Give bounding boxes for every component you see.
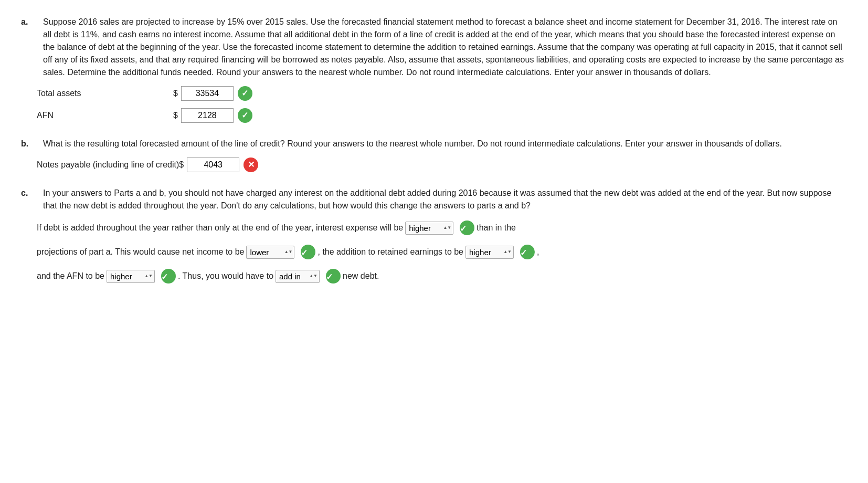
notes-payable-row: Notes payable (including line of credit)… (37, 158, 847, 172)
add-in-dropdown[interactable]: add in subtract ignore (276, 270, 320, 283)
sentence1-post-text: than in the (477, 219, 516, 236)
afn-dropdown-wrap[interactable]: higher lower the same (107, 270, 155, 283)
notes-payable-label: Notes payable (including line of credit) (37, 159, 179, 171)
part-c-letter: c. (21, 187, 29, 200)
sentence2-check-icon2: ✓ (520, 245, 535, 259)
afn-input[interactable] (181, 108, 234, 123)
notes-payable-input[interactable] (187, 158, 239, 172)
total-assets-dollar: $ (173, 87, 178, 100)
sentence3-mid-text: . Thus, you would have to (178, 268, 273, 285)
retained-earnings-dropdown-wrap[interactable]: higher lower the same (465, 246, 514, 259)
sentence3-check-icon: ✓ (161, 269, 176, 284)
part-b-text: What is the resulting total forecasted a… (43, 138, 782, 150)
total-assets-input[interactable] (181, 86, 234, 101)
afn-check-icon: ✓ (238, 108, 252, 123)
sentence2-check-icon: ✓ (301, 245, 315, 259)
afn-dropdown[interactable]: higher lower the same (107, 270, 155, 283)
part-a-text: Suppose 2016 sales are projected to incr… (43, 16, 847, 79)
sentence2-pre-text: projections of part a. This would cause … (37, 244, 244, 260)
sentence1-check-icon: ✓ (460, 220, 474, 235)
sentence2-comma: , (537, 244, 539, 260)
sentence3-post-text: new debt. (343, 268, 379, 285)
part-c-sentence2: projections of part a. This would cause … (37, 244, 847, 260)
part-c-sentence3: and the AFN to be higher lower the same … (37, 268, 847, 285)
part-c-section: c. In your answers to Parts a and b, you… (21, 187, 847, 285)
total-assets-row: Total assets $ ✓ (37, 86, 847, 101)
part-b-section: b. What is the resulting total forecaste… (21, 138, 847, 172)
afn-row: AFN $ ✓ (37, 108, 847, 123)
interest-expense-dropdown-wrap[interactable]: higher lower the same (405, 222, 453, 235)
afn-dollar: $ (173, 109, 178, 122)
afn-label: AFN (37, 109, 173, 122)
retained-earnings-dropdown[interactable]: higher lower the same (465, 246, 514, 259)
sentence2-mid-text: , the addition to retained earnings to b… (317, 244, 463, 260)
sentence3-check-icon2: ✓ (326, 269, 341, 284)
notes-payable-cross-icon: ✕ (244, 158, 258, 172)
part-c-sentence1: If debt is added throughout the year rat… (37, 219, 847, 236)
notes-payable-dollar: $ (179, 159, 184, 171)
part-a-section: a. Suppose 2016 sales are projected to i… (21, 16, 847, 123)
part-b-letter: b. (21, 138, 29, 150)
sentence3-pre-text: and the AFN to be (37, 268, 104, 285)
total-assets-label: Total assets (37, 87, 173, 100)
net-income-dropdown-wrap[interactable]: lower higher the same (246, 246, 294, 259)
sentence1-pre-text: If debt is added throughout the year rat… (37, 219, 403, 236)
net-income-dropdown[interactable]: lower higher the same (246, 246, 294, 259)
interest-expense-dropdown[interactable]: higher lower the same (405, 222, 453, 235)
part-a-letter: a. (21, 16, 29, 28)
part-c-text: In your answers to Parts a and b, you sh… (43, 187, 847, 212)
total-assets-check-icon: ✓ (238, 86, 252, 101)
add-in-dropdown-wrap[interactable]: add in subtract ignore (276, 270, 320, 283)
